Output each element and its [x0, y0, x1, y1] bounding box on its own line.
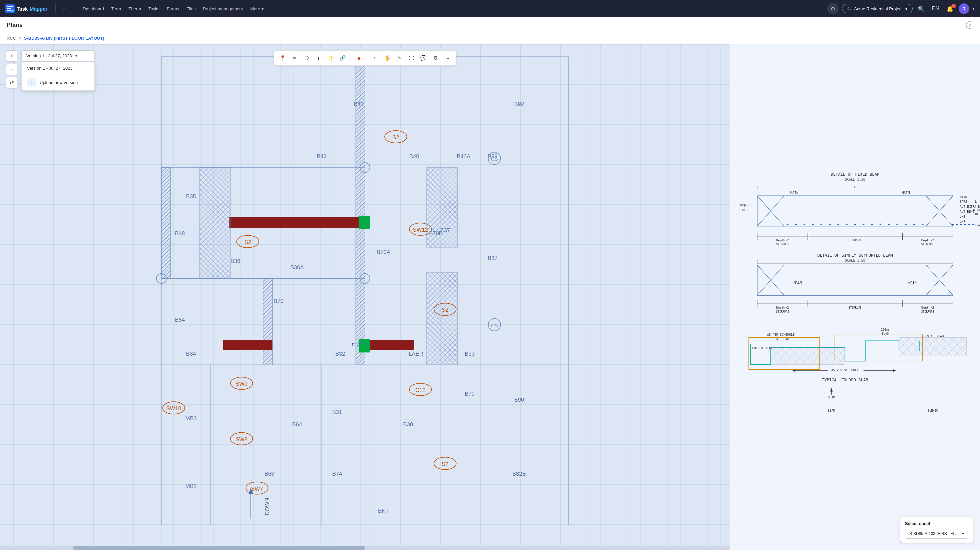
svg-text:STIRRUPS: STIRRUPS — [776, 243, 789, 246]
text-tool-button[interactable]: T — [313, 53, 324, 63]
svg-text:B92: B92 — [514, 101, 524, 107]
svg-text:Depth×2: Depth×2 — [776, 239, 789, 242]
svg-point-1 — [11, 10, 14, 12]
svg-text:B36A: B36A — [290, 264, 304, 271]
pan-tool-button[interactable]: ✋ — [382, 53, 393, 63]
pin-tool-button[interactable]: 📍 — [277, 53, 288, 63]
version-option-1[interactable]: Version 1 - Jul 27, 2023 — [22, 62, 94, 74]
fullscreen-button[interactable]: ⛶ — [406, 53, 417, 63]
record-button[interactable]: ● — [353, 53, 364, 63]
project-selector[interactable]: 🗂 Acme Residential Project ▾ — [842, 4, 913, 13]
link-tool-button[interactable]: 🔗 — [337, 53, 348, 63]
svg-point-101 — [821, 223, 822, 225]
pencil-tool-button[interactable]: ✎ — [394, 53, 405, 63]
user-avatar[interactable]: R — [959, 3, 969, 14]
svg-text:BEAM: BEAM — [828, 409, 835, 412]
plan-viewer[interactable]: S2 S2 S2 S2 SW9 SW10 SW8 SW7 C12 — [0, 44, 730, 550]
comment-tool-button[interactable]: 💬 — [418, 53, 429, 63]
zoom-in-button[interactable]: + — [6, 50, 18, 62]
svg-rect-172 — [899, 337, 966, 356]
svg-point-143 — [972, 223, 974, 225]
reset-view-button[interactable]: ↺ — [6, 77, 18, 88]
logo-mapper-text: Mapper — [30, 6, 48, 12]
svg-text:STIRRUPS: STIRRUPS — [849, 306, 862, 309]
svg-point-142 — [968, 223, 970, 225]
svg-rect-14 — [229, 217, 365, 228]
svg-point-99 — [803, 223, 805, 225]
notifications-button[interactable]: 🔔 1 — [945, 4, 955, 13]
nav-files[interactable]: Files — [183, 4, 199, 13]
sheet-select-button[interactable]: S-BD85-A-103 (FIRST FL... ▾ — [905, 529, 968, 539]
svg-text:Depth×2: Depth×2 — [921, 239, 934, 242]
svg-point-106 — [862, 223, 864, 225]
svg-text:B87: B87 — [488, 255, 498, 262]
fixed-beam-title: DETAIL OF FIXED BEAM — [831, 172, 880, 177]
version-selector-button[interactable]: Version 1 - Jul 27, 2023 ▾ — [21, 50, 95, 61]
svg-point-97 — [787, 223, 789, 225]
svg-text:SW8: SW8 — [235, 436, 248, 443]
svg-text:B82B: B82B — [512, 471, 526, 477]
svg-text:SW7: SW7 — [251, 486, 263, 492]
svg-rect-13 — [263, 279, 272, 365]
svg-text:BARS: BARS — [960, 200, 967, 203]
svg-text:BEAM: BEAM — [975, 223, 980, 227]
project-chevron-icon: ▾ — [905, 6, 908, 11]
svg-text:STIR...: STIR... — [738, 208, 750, 212]
svg-text:AS PER SCHEDULE: AS PER SCHEDULE — [831, 369, 859, 372]
breadcrumb-root[interactable]: RCC — [7, 36, 16, 41]
svg-text:S2: S2 — [392, 134, 399, 141]
svg-point-109 — [888, 223, 889, 225]
svg-text:L/7: L/7 — [960, 220, 965, 223]
nav-project-management[interactable]: Project management — [199, 4, 246, 13]
svg-rect-84 — [730, 159, 980, 435]
language-button[interactable]: EN — [930, 4, 941, 13]
folded-slab-title: TYPICAL FOLDED SLAB — [822, 378, 868, 382]
settings-button[interactable]: ⚙ — [827, 3, 838, 14]
home-button[interactable]: ⌂ — [61, 4, 68, 13]
engineering-detail-svg: DETAIL OF FIXED BEAM SCALE 1:50 L MAIN M… — [730, 44, 980, 550]
horizontal-scrollbar[interactable] — [0, 546, 730, 550]
svg-text:MAIN: MAIN — [960, 196, 967, 199]
draw-tool-button[interactable]: ✏ — [289, 53, 300, 63]
scrollbar-thumb[interactable] — [73, 546, 365, 550]
logo-icon — [5, 4, 15, 13]
svg-text:B33: B33 — [465, 351, 475, 357]
search-button[interactable]: 🔍 — [916, 4, 927, 13]
svg-text:AS PER SCHEDULE: AS PER SCHEDULE — [767, 333, 795, 336]
svg-point-107 — [871, 223, 873, 225]
logo-task-text: Task — [17, 6, 28, 12]
svg-point-108 — [880, 223, 881, 225]
svg-text:S2: S2 — [442, 461, 448, 468]
user-chevron-icon: ▾ — [973, 7, 975, 11]
help-button[interactable]: ? — [966, 21, 973, 29]
zoom-out-button[interactable]: − — [6, 64, 18, 75]
svg-text:STIRRUPS: STIRRUPS — [849, 239, 862, 242]
svg-text:200mm: 200mm — [881, 328, 890, 331]
nav-more[interactable]: More ▾ — [247, 4, 267, 13]
upload-version-button[interactable]: ↑ Upload new version — [22, 74, 94, 90]
breadcrumb: RCC > S-BD85-A-103 (FIRST FLOOR LAYOUT) — [0, 33, 980, 44]
more-options-button[interactable]: ··· — [442, 53, 453, 63]
upload-arrow-icon: ↑ — [31, 80, 33, 85]
svg-text:B42: B42 — [317, 153, 327, 160]
svg-text:Dep...: Dep... — [740, 203, 751, 207]
settings-tool-button[interactable]: ⚙ — [430, 53, 441, 63]
nav-tasks[interactable]: Tasks — [145, 4, 163, 13]
magic-tool-button[interactable]: ✨ — [325, 53, 336, 63]
svg-point-138 — [952, 223, 954, 225]
svg-text:ALT.EXTRA BAR: ALT.EXTRA BAR — [960, 205, 980, 208]
engineering-drawing: DETAIL OF FIXED BEAM SCALE 1:50 L MAIN M… — [730, 44, 980, 550]
svg-text:CS: CS — [491, 156, 498, 162]
svg-text:B32: B32 — [335, 351, 345, 357]
svg-text:MAIN: MAIN — [902, 191, 910, 195]
app-logo[interactable]: TaskMapper — [5, 4, 48, 13]
svg-text:B70A: B70A — [377, 249, 391, 255]
nav-terra[interactable]: Terra — [108, 4, 125, 13]
svg-text:STIRRUPS: STIRRUPS — [921, 310, 934, 313]
nav-therm[interactable]: Therm — [125, 4, 145, 13]
nav-forms[interactable]: Forms — [164, 4, 183, 13]
shape-tool-button[interactable]: ⬡ — [301, 53, 312, 63]
svg-text:B74: B74 — [332, 471, 342, 477]
nav-dashboard[interactable]: Dashboard — [80, 4, 107, 13]
undo-button[interactable]: ↩ — [370, 53, 380, 63]
